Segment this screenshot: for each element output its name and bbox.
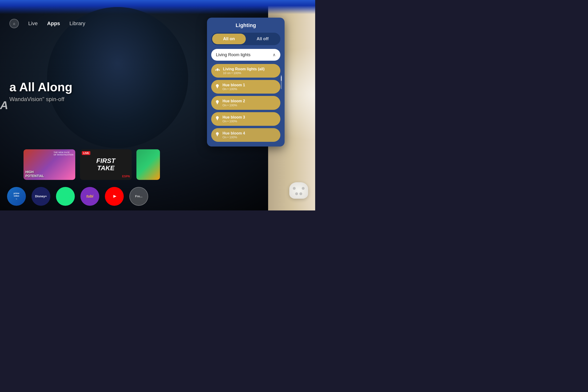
light-item-name-2: Hue bloom 2 — [222, 99, 245, 103]
group-icon — [215, 68, 220, 74]
light-item-hue-bloom-1[interactable]: Hue bloom 1 On • 100% — [211, 80, 280, 94]
light-item-status-4: On • 100% — [222, 136, 245, 139]
app-disney-plus[interactable]: Disney+ — [32, 187, 50, 206]
svg-rect-16 — [217, 120, 218, 120]
svg-point-2 — [216, 68, 218, 70]
bulb-icon-2 — [215, 100, 220, 106]
svg-rect-13 — [217, 104, 218, 104]
app-hulu[interactable]: hulu — [56, 187, 75, 206]
room-selector-label: Living Room lights — [216, 52, 250, 58]
hero-title: a All Along — [10, 80, 72, 94]
hulu-label: hulu — [60, 194, 70, 199]
app-tubi[interactable]: tubi — [80, 187, 99, 206]
light-item-name-4: Hue bloom 4 — [222, 131, 245, 136]
card-high-potential[interactable]: HIGHPOTENTIAL THE NEW FACEOF INVESTIGATI… — [24, 149, 75, 180]
hero-section: a All Along WandaVision" spin-off — [10, 80, 72, 102]
content-row: HIGHPOTENTIAL THE NEW FACEOF INVESTIGATI… — [24, 149, 160, 180]
svg-rect-19 — [216, 135, 218, 136]
light-item-name-1: Hue bloom 1 — [222, 83, 245, 87]
svg-rect-9 — [217, 88, 218, 88]
nav-library[interactable]: Library — [70, 20, 85, 26]
youtube-icon — [110, 193, 118, 200]
chevron-up-icon: ∧ — [272, 52, 276, 58]
scroll-thumb — [281, 76, 282, 81]
bulb-icon-1 — [215, 84, 220, 90]
light-item-hue-bloom-4[interactable]: Hue bloom 4 On • 100% — [211, 128, 280, 142]
light-items-list: Living Room lights (all) 10 on • 100% Hu… — [211, 64, 280, 142]
svg-point-10 — [216, 100, 219, 103]
svg-rect-8 — [217, 88, 218, 88]
svg-rect-20 — [217, 136, 218, 136]
svg-rect-11 — [216, 103, 218, 104]
table-area — [289, 182, 308, 199]
card-high-potential-title: HIGHPOTENTIAL — [26, 170, 44, 178]
bulb-icon-3 — [215, 116, 220, 122]
light-item-hue-bloom-3[interactable]: Hue bloom 3 On • 100% — [211, 112, 280, 126]
controller-btn-2 — [302, 187, 304, 190]
app-row: primevideo ~ Disney+ hulu tubi Fre... — [7, 187, 148, 206]
light-item-hue-bloom-2[interactable]: Hue bloom 2 On • 100% — [211, 96, 280, 110]
light-item-name-all: Living Room lights (all) — [223, 67, 264, 71]
svg-rect-7 — [216, 87, 218, 88]
home-button[interactable]: ⌂ — [10, 19, 19, 28]
light-item-status-3: On • 100% — [222, 120, 245, 123]
controller-btn-1 — [293, 187, 296, 190]
all-on-button[interactable]: All on — [212, 34, 246, 44]
controller-btn-3 — [295, 192, 298, 195]
svg-rect-17 — [217, 120, 218, 120]
light-item-info-all: Living Room lights (all) 10 on • 100% — [223, 67, 264, 75]
light-item-info-3: Hue bloom 3 On • 100% — [222, 115, 245, 123]
live-badge: LIVE — [82, 151, 90, 155]
light-item-info-1: Hue bloom 1 On • 100% — [222, 83, 245, 91]
va-logo: A — [0, 99, 8, 112]
svg-rect-21 — [217, 136, 218, 136]
light-item-status-1: On • 100% — [222, 87, 245, 91]
toggle-row: All on All off — [211, 33, 280, 45]
ambient-light-top — [0, 0, 315, 14]
panel-title: Lighting — [211, 22, 280, 28]
svg-point-14 — [216, 116, 219, 119]
svg-point-18 — [216, 132, 219, 135]
scroll-indicator — [281, 75, 282, 89]
card-subtitle: THE NEW FACEOF INVESTIGATION — [54, 151, 74, 156]
controller-btn-4 — [300, 192, 302, 195]
svg-point-6 — [216, 84, 219, 87]
light-item-status-all: 10 on • 100% — [223, 71, 264, 75]
card-first-take-network: ESPN — [122, 175, 130, 178]
game-controller — [289, 182, 308, 199]
all-off-button[interactable]: All off — [246, 34, 280, 44]
card-first-take-title: FIRSTTAKE — [96, 157, 116, 172]
svg-point-5 — [218, 69, 220, 71]
light-item-info-2: Hue bloom 2 On • 100% — [222, 99, 245, 107]
nav-live[interactable]: Live — [28, 20, 38, 26]
room-selector[interactable]: Living Room lights ∧ — [211, 49, 280, 61]
light-item-living-room-all[interactable]: Living Room lights (all) 10 on • 100% — [211, 64, 280, 78]
svg-rect-3 — [217, 70, 218, 71]
light-item-name-3: Hue bloom 3 — [222, 115, 245, 120]
app-prime-video[interactable]: primevideo ~ — [7, 187, 26, 206]
svg-rect-12 — [217, 104, 218, 104]
light-item-status-2: On • 100% — [222, 104, 245, 107]
svg-point-4 — [215, 69, 216, 71]
app-youtube[interactable] — [105, 187, 124, 206]
card-first-take[interactable]: LIVE FIRSTTAKE ESPN — [80, 149, 132, 180]
card-partial[interactable] — [136, 149, 160, 180]
nav-apps[interactable]: Apps — [47, 20, 60, 26]
app-free[interactable]: Fre... — [129, 187, 148, 206]
bulb-icon-4 — [215, 132, 220, 138]
light-item-info-4: Hue bloom 4 On • 100% — [222, 131, 245, 139]
svg-rect-15 — [216, 119, 218, 120]
hero-subtitle: WandaVision" spin-off — [10, 96, 72, 102]
lighting-panel: Lighting All on All off Living Room ligh… — [207, 18, 284, 146]
